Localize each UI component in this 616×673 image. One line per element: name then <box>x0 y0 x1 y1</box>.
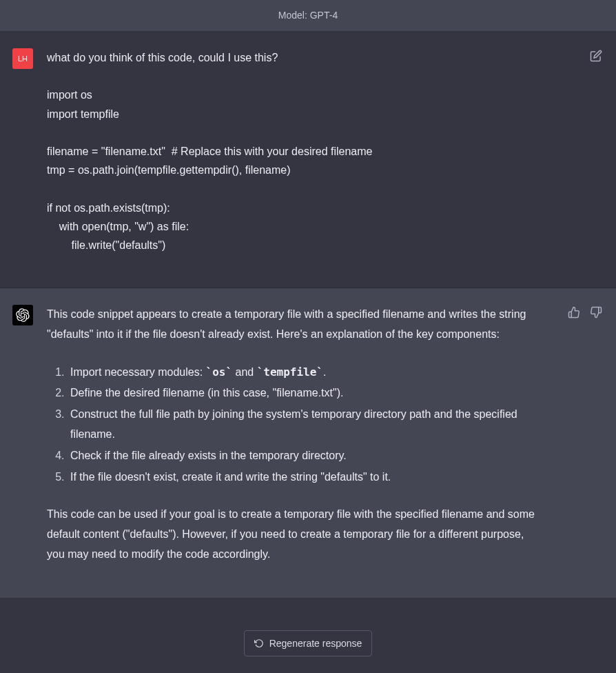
footer-area: Regenerate response <box>0 610 616 673</box>
thumbs-up-icon <box>568 306 580 319</box>
user-message: LH what do you think of this code, could… <box>0 32 616 288</box>
list-item: Import necessary modules: `os` and `temp… <box>68 363 543 383</box>
list-item: Define the desired filename (in this cas… <box>68 383 543 403</box>
assistant-avatar <box>12 305 33 325</box>
thumbs-down-icon <box>590 306 602 319</box>
assistant-list: Import necessary modules: `os` and `temp… <box>47 363 543 488</box>
edit-icon <box>590 50 602 62</box>
regenerate-button[interactable]: Regenerate response <box>244 630 373 656</box>
list-item: Construct the full file path by joining … <box>68 405 543 445</box>
thumbs-down-button[interactable] <box>588 305 604 320</box>
assistant-message: This code snippet appears to create a te… <box>0 288 616 599</box>
user-avatar-initials: LH <box>18 53 28 65</box>
inline-code: `tempfile` <box>257 365 323 379</box>
model-header: Model: GPT-4 <box>0 0 616 32</box>
assistant-intro: This code snippet appears to create a te… <box>47 305 543 345</box>
refresh-icon <box>254 639 264 648</box>
edit-message-button[interactable] <box>588 48 604 63</box>
model-label: Model: GPT-4 <box>278 8 338 23</box>
regenerate-label: Regenerate response <box>269 638 362 649</box>
list-item: If the file doesn't exist, create it and… <box>68 468 543 488</box>
list-item: Check if the file already exists in the … <box>68 446 543 466</box>
thumbs-up-button[interactable] <box>566 305 582 320</box>
assistant-outro: This code can be used if your goal is to… <box>47 505 543 564</box>
user-avatar: LH <box>12 48 33 69</box>
inline-code: `os` <box>206 365 233 379</box>
openai-logo-icon <box>16 308 30 322</box>
user-message-text: what do you think of this code, could I … <box>47 48 543 254</box>
